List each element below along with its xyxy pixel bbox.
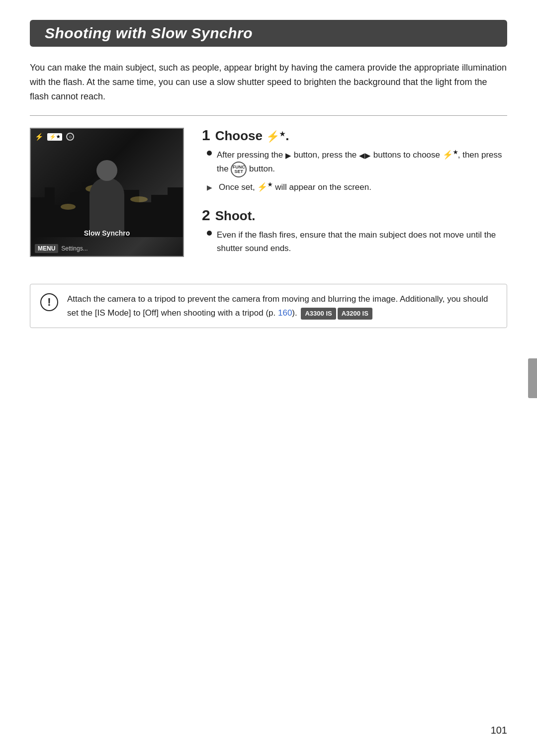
badge-a3300is: A3300 IS — [301, 308, 336, 320]
cam-ui-top: ⚡ ⚡★ ⊙ — [35, 133, 179, 141]
page-number: 101 — [491, 725, 507, 736]
step-2: 2 Shoot. Even if the flash fires, ensure… — [202, 208, 507, 255]
step-1-title: Choose ⚡★. — [215, 129, 289, 143]
title-bar: Shooting with Slow Synchro — [30, 20, 507, 47]
slow-synchro-icon: ⚡★ — [47, 133, 62, 141]
target-icon: ⊙ — [66, 133, 74, 141]
intro-paragraph: You can make the main subject, such as p… — [30, 61, 507, 103]
arrow-bullet-icon: ▶ — [207, 182, 214, 193]
step-1-bullet-1: After pressing the ▶ button, press the ◀… — [207, 148, 507, 177]
lr-arrow-icon: ◀▶ — [359, 151, 371, 160]
menu-text: Settings... — [61, 245, 88, 252]
step-1-bullet-1-text: After pressing the ▶ button, press the ◀… — [217, 148, 507, 177]
step-1-header: 1 Choose ⚡★. — [202, 128, 507, 143]
step-2-bullet-1: Even if the flash fires, ensure that the… — [207, 228, 507, 255]
steps-section: 1 Choose ⚡★. After pressing the ▶ button… — [202, 128, 507, 269]
func-set-button-icon: FUNCSET — [231, 162, 247, 177]
camera-screen: ⚡ ⚡★ ⊙ — [31, 129, 183, 256]
notice-link[interactable]: 160 — [278, 308, 292, 318]
page-title: Shooting with Slow Synchro — [45, 25, 492, 42]
step-2-bullet-1-text: Even if the flash fires, ensure that the… — [217, 228, 507, 255]
section-divider — [30, 115, 507, 116]
step-2-bullets: Even if the flash fires, ensure that the… — [202, 228, 507, 255]
step-2-title: Shoot. — [215, 209, 256, 223]
notice-text: Attach the camera to a tripod to prevent… — [67, 292, 497, 320]
step-1: 1 Choose ⚡★. After pressing the ▶ button… — [202, 128, 507, 194]
right-arrow-icon: ▶ — [285, 151, 291, 160]
step-1-number: 1 — [202, 128, 210, 143]
camera-image: ⚡ ⚡★ ⊙ — [30, 128, 184, 257]
flash-icon: ⚡ — [35, 133, 43, 141]
notice-text-after-link: ). — [292, 308, 299, 318]
step-2-header: 2 Shoot. — [202, 208, 507, 223]
content-area: ⚡ ⚡★ ⊙ — [30, 128, 507, 269]
cam-menu-bar: MENU Settings... — [35, 244, 179, 253]
person-silhouette — [90, 177, 124, 237]
badge-a3200is: A3200 IS — [338, 308, 372, 320]
notice-icon: ! — [40, 293, 58, 311]
bullet-circle-icon — [207, 151, 212, 156]
slow-synchro-label: Slow Synchro — [84, 229, 130, 237]
step-1-bullet-2: ▶ Once set, ⚡★ will appear on the screen… — [207, 180, 507, 194]
step-1-bullets: After pressing the ▶ button, press the ◀… — [202, 148, 507, 194]
menu-badge: MENU — [35, 244, 58, 253]
bullet-circle-icon-2 — [207, 231, 212, 236]
scroll-tab[interactable] — [528, 358, 537, 398]
notice-box: ! Attach the camera to a tripod to preve… — [30, 284, 507, 328]
person-head — [96, 160, 117, 181]
step-2-number: 2 — [202, 208, 210, 223]
step-1-bullet-2-text: Once set, ⚡★ will appear on the screen. — [219, 180, 371, 194]
